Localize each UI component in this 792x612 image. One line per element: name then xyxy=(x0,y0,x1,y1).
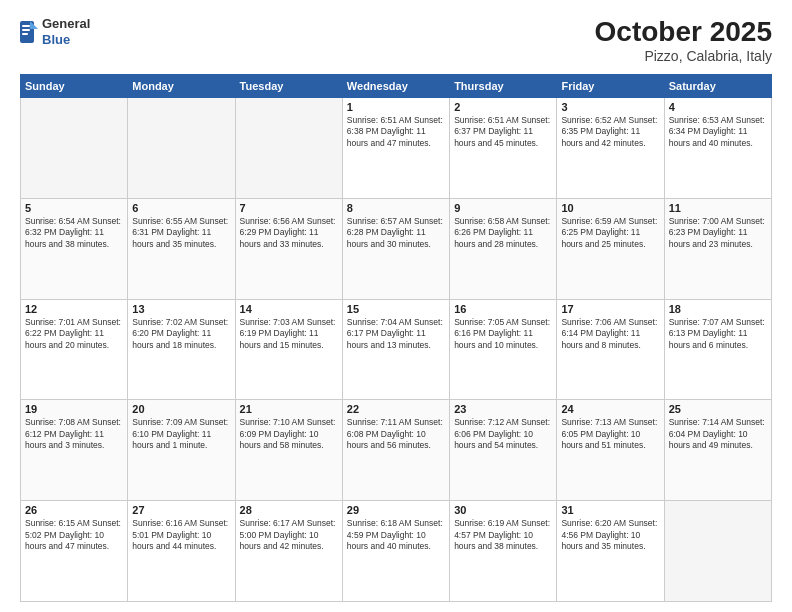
day-info: Sunrise: 7:09 AM Sunset: 6:10 PM Dayligh… xyxy=(132,417,230,451)
day-info: Sunrise: 7:04 AM Sunset: 6:17 PM Dayligh… xyxy=(347,317,445,351)
day-number: 13 xyxy=(132,303,230,315)
weekday-header: Monday xyxy=(128,75,235,98)
calendar-cell: 7Sunrise: 6:56 AM Sunset: 6:29 PM Daylig… xyxy=(235,198,342,299)
calendar-cell xyxy=(128,98,235,199)
calendar-title: October 2025 xyxy=(595,16,772,48)
calendar-cell xyxy=(21,98,128,199)
calendar-cell xyxy=(664,501,771,602)
calendar-cell: 26Sunrise: 6:15 AM Sunset: 5:02 PM Dayli… xyxy=(21,501,128,602)
title-block: October 2025 Pizzo, Calabria, Italy xyxy=(595,16,772,64)
day-info: Sunrise: 7:14 AM Sunset: 6:04 PM Dayligh… xyxy=(669,417,767,451)
day-info: Sunrise: 6:51 AM Sunset: 6:38 PM Dayligh… xyxy=(347,115,445,149)
calendar-cell: 23Sunrise: 7:12 AM Sunset: 6:06 PM Dayli… xyxy=(450,400,557,501)
day-number: 24 xyxy=(561,403,659,415)
day-number: 22 xyxy=(347,403,445,415)
logo: General Blue xyxy=(20,16,90,47)
calendar-cell: 19Sunrise: 7:08 AM Sunset: 6:12 PM Dayli… xyxy=(21,400,128,501)
calendar-cell: 30Sunrise: 6:19 AM Sunset: 4:57 PM Dayli… xyxy=(450,501,557,602)
day-number: 30 xyxy=(454,504,552,516)
day-number: 17 xyxy=(561,303,659,315)
day-info: Sunrise: 6:18 AM Sunset: 4:59 PM Dayligh… xyxy=(347,518,445,552)
day-number: 8 xyxy=(347,202,445,214)
calendar-cell: 20Sunrise: 7:09 AM Sunset: 6:10 PM Dayli… xyxy=(128,400,235,501)
calendar-cell: 28Sunrise: 6:17 AM Sunset: 5:00 PM Dayli… xyxy=(235,501,342,602)
day-number: 26 xyxy=(25,504,123,516)
calendar-subtitle: Pizzo, Calabria, Italy xyxy=(595,48,772,64)
calendar-week-row: 1Sunrise: 6:51 AM Sunset: 6:38 PM Daylig… xyxy=(21,98,772,199)
calendar-cell: 18Sunrise: 7:07 AM Sunset: 6:13 PM Dayli… xyxy=(664,299,771,400)
day-number: 16 xyxy=(454,303,552,315)
day-info: Sunrise: 7:12 AM Sunset: 6:06 PM Dayligh… xyxy=(454,417,552,451)
day-number: 12 xyxy=(25,303,123,315)
day-info: Sunrise: 6:53 AM Sunset: 6:34 PM Dayligh… xyxy=(669,115,767,149)
weekday-header-row: SundayMondayTuesdayWednesdayThursdayFrid… xyxy=(21,75,772,98)
day-info: Sunrise: 6:58 AM Sunset: 6:26 PM Dayligh… xyxy=(454,216,552,250)
day-number: 6 xyxy=(132,202,230,214)
calendar-cell: 13Sunrise: 7:02 AM Sunset: 6:20 PM Dayli… xyxy=(128,299,235,400)
svg-rect-4 xyxy=(22,33,28,35)
calendar-week-row: 19Sunrise: 7:08 AM Sunset: 6:12 PM Dayli… xyxy=(21,400,772,501)
day-number: 7 xyxy=(240,202,338,214)
logo-blue: Blue xyxy=(42,32,90,48)
day-number: 28 xyxy=(240,504,338,516)
calendar-table: SundayMondayTuesdayWednesdayThursdayFrid… xyxy=(20,74,772,602)
calendar-cell: 24Sunrise: 7:13 AM Sunset: 6:05 PM Dayli… xyxy=(557,400,664,501)
logo-general: General xyxy=(42,16,90,32)
weekday-header: Saturday xyxy=(664,75,771,98)
day-number: 31 xyxy=(561,504,659,516)
logo-icon xyxy=(20,21,38,43)
calendar-week-row: 26Sunrise: 6:15 AM Sunset: 5:02 PM Dayli… xyxy=(21,501,772,602)
day-info: Sunrise: 7:10 AM Sunset: 6:09 PM Dayligh… xyxy=(240,417,338,451)
calendar-cell: 5Sunrise: 6:54 AM Sunset: 6:32 PM Daylig… xyxy=(21,198,128,299)
calendar-cell: 3Sunrise: 6:52 AM Sunset: 6:35 PM Daylig… xyxy=(557,98,664,199)
calendar-cell: 16Sunrise: 7:05 AM Sunset: 6:16 PM Dayli… xyxy=(450,299,557,400)
day-number: 19 xyxy=(25,403,123,415)
day-info: Sunrise: 7:00 AM Sunset: 6:23 PM Dayligh… xyxy=(669,216,767,250)
calendar-cell: 11Sunrise: 7:00 AM Sunset: 6:23 PM Dayli… xyxy=(664,198,771,299)
calendar-cell: 10Sunrise: 6:59 AM Sunset: 6:25 PM Dayli… xyxy=(557,198,664,299)
day-info: Sunrise: 7:07 AM Sunset: 6:13 PM Dayligh… xyxy=(669,317,767,351)
day-number: 11 xyxy=(669,202,767,214)
day-number: 18 xyxy=(669,303,767,315)
calendar-cell: 9Sunrise: 6:58 AM Sunset: 6:26 PM Daylig… xyxy=(450,198,557,299)
day-number: 3 xyxy=(561,101,659,113)
calendar-cell: 8Sunrise: 6:57 AM Sunset: 6:28 PM Daylig… xyxy=(342,198,449,299)
calendar-cell xyxy=(235,98,342,199)
day-number: 5 xyxy=(25,202,123,214)
day-info: Sunrise: 7:08 AM Sunset: 6:12 PM Dayligh… xyxy=(25,417,123,451)
day-number: 14 xyxy=(240,303,338,315)
day-info: Sunrise: 7:03 AM Sunset: 6:19 PM Dayligh… xyxy=(240,317,338,351)
weekday-header: Wednesday xyxy=(342,75,449,98)
day-info: Sunrise: 6:57 AM Sunset: 6:28 PM Dayligh… xyxy=(347,216,445,250)
day-number: 20 xyxy=(132,403,230,415)
day-info: Sunrise: 7:06 AM Sunset: 6:14 PM Dayligh… xyxy=(561,317,659,351)
calendar-week-row: 12Sunrise: 7:01 AM Sunset: 6:22 PM Dayli… xyxy=(21,299,772,400)
day-info: Sunrise: 7:11 AM Sunset: 6:08 PM Dayligh… xyxy=(347,417,445,451)
day-info: Sunrise: 6:15 AM Sunset: 5:02 PM Dayligh… xyxy=(25,518,123,552)
calendar-cell: 14Sunrise: 7:03 AM Sunset: 6:19 PM Dayli… xyxy=(235,299,342,400)
calendar-cell: 29Sunrise: 6:18 AM Sunset: 4:59 PM Dayli… xyxy=(342,501,449,602)
day-info: Sunrise: 6:17 AM Sunset: 5:00 PM Dayligh… xyxy=(240,518,338,552)
day-info: Sunrise: 7:05 AM Sunset: 6:16 PM Dayligh… xyxy=(454,317,552,351)
calendar-cell: 6Sunrise: 6:55 AM Sunset: 6:31 PM Daylig… xyxy=(128,198,235,299)
weekday-header: Tuesday xyxy=(235,75,342,98)
calendar-cell: 15Sunrise: 7:04 AM Sunset: 6:17 PM Dayli… xyxy=(342,299,449,400)
svg-rect-2 xyxy=(22,25,30,27)
day-info: Sunrise: 6:55 AM Sunset: 6:31 PM Dayligh… xyxy=(132,216,230,250)
day-number: 21 xyxy=(240,403,338,415)
calendar-cell: 4Sunrise: 6:53 AM Sunset: 6:34 PM Daylig… xyxy=(664,98,771,199)
day-number: 29 xyxy=(347,504,445,516)
calendar-cell: 27Sunrise: 6:16 AM Sunset: 5:01 PM Dayli… xyxy=(128,501,235,602)
logo-text: General Blue xyxy=(42,16,90,47)
day-info: Sunrise: 6:19 AM Sunset: 4:57 PM Dayligh… xyxy=(454,518,552,552)
weekday-header: Thursday xyxy=(450,75,557,98)
weekday-header: Friday xyxy=(557,75,664,98)
day-number: 15 xyxy=(347,303,445,315)
day-info: Sunrise: 6:51 AM Sunset: 6:37 PM Dayligh… xyxy=(454,115,552,149)
day-number: 27 xyxy=(132,504,230,516)
svg-marker-1 xyxy=(30,21,38,29)
day-number: 2 xyxy=(454,101,552,113)
day-info: Sunrise: 6:20 AM Sunset: 4:56 PM Dayligh… xyxy=(561,518,659,552)
calendar-week-row: 5Sunrise: 6:54 AM Sunset: 6:32 PM Daylig… xyxy=(21,198,772,299)
day-number: 10 xyxy=(561,202,659,214)
